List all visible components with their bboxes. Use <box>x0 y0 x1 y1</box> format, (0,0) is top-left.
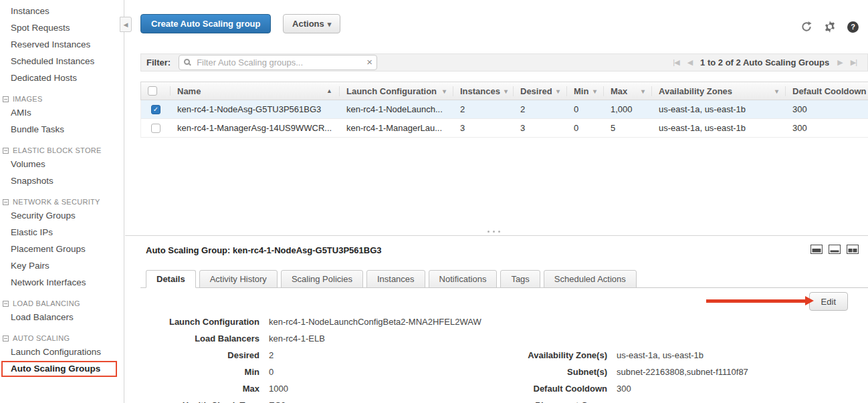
sidebar-item-bundle-tasks[interactable]: Bundle Tasks <box>0 121 124 138</box>
fields-right: Availability Zone(s) us-east-1a, us-east… <box>494 347 748 403</box>
refresh-icon[interactable] <box>800 21 812 33</box>
create-auto-scaling-group-button[interactable]: Create Auto Scaling group <box>140 14 271 33</box>
field-label: Launch Configuration <box>146 317 269 327</box>
tab-tags[interactable]: Tags <box>500 270 540 288</box>
column-header-name[interactable]: Name▲ <box>171 86 340 96</box>
search-wrap: × <box>179 55 377 70</box>
sidebar-section-label: NETWORK & SECURITY <box>13 198 100 206</box>
tab-activity-history[interactable]: Activity History <box>199 270 278 288</box>
field-value-availability-zones: us-east-1a, us-east-1b <box>617 350 703 360</box>
collapse-section-icon <box>3 96 9 102</box>
sidebar-item-network-interfaces[interactable]: Network Interfaces <box>0 274 124 291</box>
edit-button[interactable]: Edit <box>809 292 848 311</box>
field-value-default-cooldown: 300 <box>617 384 631 394</box>
sidebar-section-network-security[interactable]: NETWORK & SECURITY <box>0 198 124 206</box>
column-header-min[interactable]: Min▾ <box>567 86 604 96</box>
sort-icon: ▾ <box>593 88 596 95</box>
next-page-icon[interactable]: ▶ <box>837 58 842 67</box>
chevron-down-icon: ▾ <box>328 20 332 28</box>
filter-input[interactable] <box>179 55 377 70</box>
field-label: Load Balancers <box>146 333 269 344</box>
tab-scaling-policies[interactable]: Scaling Policies <box>281 270 363 288</box>
sidebar-section-ebs[interactable]: ELASTIC BLOCK STORE <box>0 146 124 154</box>
sidebar-section-label: IMAGES <box>13 95 43 103</box>
column-header-instances[interactable]: Instances▾ <box>453 86 514 96</box>
cell-desired: 2 <box>514 104 567 114</box>
tab-scheduled-actions[interactable]: Scheduled Actions <box>544 270 637 288</box>
sidebar-item-launch-configurations[interactable]: Launch Configurations <box>0 344 124 360</box>
sidebar-item-auto-scaling-groups[interactable]: Auto Scaling Groups <box>1 361 117 377</box>
first-page-icon[interactable]: |◀ <box>673 58 679 67</box>
sidebar-section-images[interactable]: IMAGES <box>0 95 124 103</box>
table-row[interactable]: ken-rc4-1-ManagerAsg-14US9WWCR... ken-rc… <box>140 119 868 138</box>
toolbar: Create Auto Scaling group Actions▾ ? <box>140 14 860 35</box>
sort-icon: ▾ <box>443 88 446 95</box>
table-row[interactable]: ✓ ken-rc4-1-NodeAsg-G5TU3P561BG3 ken-rc4… <box>140 100 868 119</box>
clear-filter-icon[interactable]: × <box>366 56 372 68</box>
toolbar-icons: ? <box>800 21 859 33</box>
sidebar-section-load-balancing[interactable]: LOAD BALANCING <box>0 299 124 307</box>
cell-launch-configuration: ken-rc4-1-NodeLaunch... <box>340 104 453 114</box>
select-all-checkbox[interactable] <box>141 86 171 96</box>
cell-name: ken-rc4-1-NodeAsg-G5TU3P561BG3 <box>171 104 340 114</box>
sidebar-item-volumes[interactable]: Volumes <box>0 156 124 172</box>
sidebar-item-load-balancers[interactable]: Load Balancers <box>0 309 124 325</box>
panel-splitter-handle[interactable] <box>487 231 500 233</box>
prev-page-icon[interactable]: ◀ <box>687 58 692 67</box>
layout-bottom-small-icon[interactable] <box>829 245 841 254</box>
sidebar-item-instances[interactable]: Instances <box>0 3 124 19</box>
row-checkbox[interactable] <box>151 124 160 133</box>
sidebar-item-scheduled-instances[interactable]: Scheduled Instances <box>0 53 124 70</box>
actions-label: Actions <box>292 19 324 29</box>
sidebar-section-auto-scaling[interactable]: AUTO SCALING <box>0 334 124 342</box>
column-header-desired[interactable]: Desired▾ <box>514 86 567 96</box>
last-page-icon[interactable]: ▶| <box>851 58 857 67</box>
sidebar-item-placement-groups[interactable]: Placement Groups <box>0 241 124 257</box>
pagination: |◀ ◀ 1 to 2 of 2 Auto Scaling Groups ▶ ▶… <box>673 57 867 68</box>
sidebar-item-reserved-instances[interactable]: Reserved Instances <box>0 36 124 53</box>
column-header-max[interactable]: Max▾ <box>604 86 652 96</box>
column-header-default-cooldown[interactable]: Default Cooldown▾ <box>786 86 868 96</box>
asg-table: Name▲ Launch Configuration▾ Instances▾ D… <box>140 82 868 138</box>
column-header-availability-zones[interactable]: Availability Zones▾ <box>652 86 786 96</box>
sidebar-item-spot-requests[interactable]: Spot Requests <box>0 19 124 36</box>
layout-bottom-large-icon[interactable] <box>810 245 823 254</box>
field-value-launch-configuration: ken-rc4-1-NodeLaunchConfigBeta2-MNA2HFEL… <box>269 317 481 327</box>
sidebar-item-key-pairs[interactable]: Key Pairs <box>0 257 124 274</box>
field-label: Subnet(s) <box>494 367 617 377</box>
column-header-launch-configuration[interactable]: Launch Configuration▾ <box>340 86 453 96</box>
cell-max: 5 <box>604 123 652 133</box>
field-value-min: 0 <box>269 367 274 377</box>
help-icon[interactable]: ? <box>847 21 859 33</box>
actions-button[interactable]: Actions▾ <box>283 14 340 33</box>
sidebar: Instances Spot Requests Reserved Instanc… <box>0 0 124 403</box>
field-label: Default Cooldown <box>494 384 617 394</box>
field-label: Health Check Type <box>146 400 269 403</box>
sidebar-item-dedicated-hosts[interactable]: Dedicated Hosts <box>0 70 124 86</box>
sidebar-item-amis[interactable]: AMIs <box>0 104 124 121</box>
field-label: Min <box>146 367 269 377</box>
tab-notifications[interactable]: Notifications <box>429 270 498 288</box>
sidebar-section-label: LOAD BALANCING <box>13 299 80 307</box>
layout-hidden-icon[interactable] <box>847 245 859 254</box>
field-value-desired: 2 <box>269 350 274 360</box>
cell-default-cooldown: 300 <box>786 104 868 114</box>
sidebar-item-snapshots[interactable]: Snapshots <box>0 172 124 189</box>
sort-icon: ▾ <box>556 88 560 95</box>
collapse-section-icon <box>3 301 9 307</box>
field-label: Desired <box>146 350 269 360</box>
gear-icon[interactable] <box>824 21 836 33</box>
collapse-sidebar-button[interactable]: ◀ <box>120 17 132 32</box>
filter-bar: Filter: × |◀ ◀ 1 to 2 of 2 Auto Scaling … <box>140 53 868 72</box>
row-checkbox[interactable]: ✓ <box>151 105 160 114</box>
tab-instances[interactable]: Instances <box>366 270 425 288</box>
cell-desired: 3 <box>514 123 567 133</box>
panel-title: Auto Scaling Group: ken-rc4-1-NodeAsg-G5… <box>146 245 382 255</box>
detail-fields: Launch Configuration ken-rc4-1-NodeLaunc… <box>146 313 868 403</box>
tab-details[interactable]: Details <box>146 270 196 288</box>
sidebar-item-elastic-ips[interactable]: Elastic IPs <box>0 224 124 241</box>
cell-max: 1,000 <box>604 104 652 114</box>
field-value-load-balancers: ken-rc4-1-ELB <box>269 333 325 344</box>
sidebar-item-security-groups[interactable]: Security Groups <box>0 207 124 224</box>
cell-instances: 3 <box>453 123 514 133</box>
